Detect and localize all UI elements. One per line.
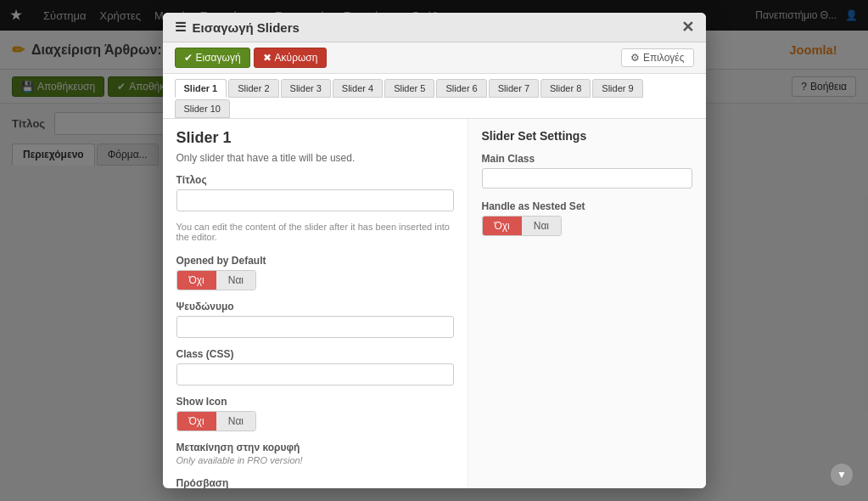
modal-cancel-button[interactable]: ✖ Ακύρωση: [254, 48, 328, 68]
title-field-label: Τίτλος: [176, 174, 454, 183]
right-panel-title: Slider Set Settings: [482, 129, 692, 143]
modal-insert-button[interactable]: ✔ Εισαγωγή: [175, 48, 250, 68]
modal-body: Slider 1 Only slider that have a title w…: [163, 119, 706, 183]
gear-icon: ⚙: [630, 52, 640, 64]
options-label: Επιλογές: [643, 52, 685, 64]
slider-tab-2[interactable]: Slider 2: [228, 79, 278, 98]
sliders-modal: ☰ Εισαγωγή Sliders ✕ ✔ Εισαγωγή ✖ Ακύρωσ…: [163, 13, 706, 183]
main-class-group: Main Class: [482, 153, 692, 183]
modal-cancel-icon: ✖: [263, 52, 272, 64]
main-class-label: Main Class: [482, 153, 692, 165]
title-field-group: Τίτλος: [176, 174, 454, 183]
slider-tab-6[interactable]: Slider 6: [436, 79, 486, 98]
slider-tab-10[interactable]: Slider 10: [175, 99, 230, 118]
modal-header: ☰ Εισαγωγή Sliders ✕: [163, 13, 706, 42]
insert-label: Εισαγωγή: [196, 52, 241, 64]
modal-close-button[interactable]: ✕: [681, 20, 694, 35]
options-button[interactable]: ⚙ Επιλογές: [621, 48, 694, 67]
modal-title: Εισαγωγή Sliders: [193, 20, 300, 35]
slider-heading: Slider 1: [176, 129, 454, 147]
slider-tab-9[interactable]: Slider 9: [592, 79, 642, 98]
modal-overlay: ☰ Εισαγωγή Sliders ✕ ✔ Εισαγωγή ✖ Ακύρωσ…: [0, 0, 868, 183]
main-class-input[interactable]: [482, 168, 692, 183]
slider-tab-4[interactable]: Slider 4: [333, 79, 383, 98]
modal-cancel-label: Ακύρωση: [275, 52, 318, 64]
slider-tabs-row: Slider 1 Slider 2 Slider 3 Slider 4 Slid…: [163, 74, 706, 119]
insert-icon: ✔: [184, 52, 193, 64]
sliders-icon: ☰: [175, 20, 186, 35]
slider-tab-8[interactable]: Slider 8: [540, 79, 591, 98]
slider-tab-3[interactable]: Slider 3: [281, 79, 331, 98]
slider-tab-5[interactable]: Slider 5: [384, 79, 434, 98]
slider-note: Only slider that have a title will be us…: [176, 152, 454, 164]
modal-toolbar-left: ✔ Εισαγωγή ✖ Ακύρωση: [175, 48, 328, 68]
slider-tab-7[interactable]: Slider 7: [489, 79, 539, 98]
modal-left-panel: Slider 1 Only slider that have a title w…: [163, 119, 468, 183]
modal-toolbar: ✔ Εισαγωγή ✖ Ακύρωση ⚙ Επιλογές: [163, 42, 706, 74]
modal-right-panel: Slider Set Settings Main Class Handle as…: [468, 119, 706, 183]
slider-tab-1[interactable]: Slider 1: [175, 79, 227, 98]
modal-title-area: ☰ Εισαγωγή Sliders: [175, 20, 300, 35]
